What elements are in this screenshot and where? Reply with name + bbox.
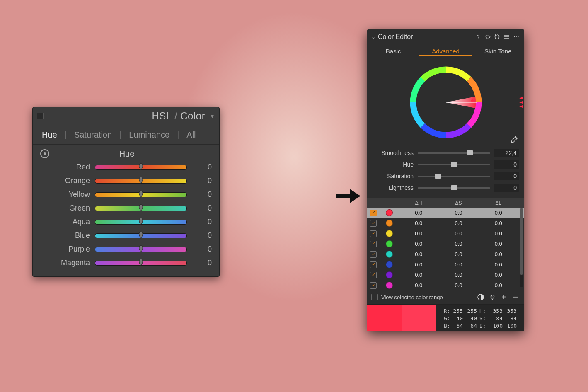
hsl-value[interactable]: 0 xyxy=(187,245,212,254)
row-checkbox[interactable]: ✓ xyxy=(370,220,377,227)
col-dh: ΔH xyxy=(399,200,438,206)
color-wheel[interactable] xyxy=(407,63,485,141)
hsl-value[interactable]: 0 xyxy=(187,163,212,172)
slider-knob[interactable] xyxy=(136,189,145,198)
range-marker-bot[interactable] xyxy=(519,102,523,109)
more-icon[interactable]: ⋯ xyxy=(513,33,520,41)
lightness-track[interactable] xyxy=(418,187,490,189)
lightness-value[interactable]: 0 xyxy=(494,184,519,192)
slider-knob[interactable] xyxy=(136,230,145,240)
hsl-slider-blue[interactable] xyxy=(95,233,187,238)
color-swatch xyxy=(386,271,393,278)
hsl-slider-red[interactable] xyxy=(95,165,187,170)
saturation-value[interactable]: 0 xyxy=(494,172,519,180)
hsl-value[interactable]: 0 xyxy=(187,231,212,240)
slider-knob[interactable] xyxy=(136,176,145,185)
tab-hue[interactable]: Hue xyxy=(40,130,59,140)
table-row[interactable]: ✓0.00.00.0 xyxy=(367,208,524,218)
row-checkbox[interactable]: ✓ xyxy=(370,230,377,237)
ce-sliders: Smoothness 22,4 Hue 0 Saturation 0 Light… xyxy=(367,145,524,196)
cell-dh: 0.0 xyxy=(399,261,438,268)
ce-tab-basic[interactable]: Basic xyxy=(367,48,419,55)
table-row[interactable]: ✓0.00.00.0 xyxy=(367,239,524,249)
slider-knob[interactable] xyxy=(136,162,145,171)
expand-icon[interactable] xyxy=(484,33,491,41)
smoothness-value[interactable]: 22,4 xyxy=(494,149,519,157)
panel-toggle-dot[interactable] xyxy=(37,113,44,119)
hsl-slider-aqua[interactable] xyxy=(95,220,187,225)
col-ds: ΔS xyxy=(438,200,478,206)
reset-icon[interactable] xyxy=(494,33,501,41)
smoothness-track[interactable] xyxy=(418,152,490,154)
hsl-row-aqua: Aqua0 xyxy=(40,215,212,229)
hsl-slider-yellow[interactable] xyxy=(95,192,187,197)
smoothness-knob[interactable] xyxy=(467,150,473,155)
color-swatch xyxy=(386,251,393,258)
eyedropper-icon[interactable] xyxy=(510,135,519,144)
cell-dl: 0.0 xyxy=(479,241,518,247)
table-row[interactable]: ✓0.00.00.0 xyxy=(367,280,524,290)
table-row[interactable]: ✓0.00.00.0 xyxy=(367,218,524,228)
hsl-label: Orange xyxy=(40,177,95,185)
row-checkbox[interactable]: ✓ xyxy=(370,261,377,268)
cell-dh: 0.0 xyxy=(399,282,438,288)
cell-dl: 0.0 xyxy=(479,261,518,268)
slider-knob[interactable] xyxy=(136,217,145,226)
slider-knob[interactable] xyxy=(136,258,145,267)
row-checkbox[interactable]: ✓ xyxy=(370,251,377,258)
menu-icon[interactable] xyxy=(503,33,511,41)
help-icon[interactable]: ? xyxy=(474,33,482,41)
cell-ds: 0.0 xyxy=(438,230,478,237)
hsl-value[interactable]: 0 xyxy=(187,259,212,267)
table-scrollbar[interactable] xyxy=(520,208,523,287)
mask-icon[interactable] xyxy=(476,293,485,302)
row-checkbox[interactable]: ✓ xyxy=(370,210,377,216)
lightness-knob[interactable] xyxy=(451,185,457,190)
table-row[interactable]: ✓0.00.00.0 xyxy=(367,249,524,259)
hsl-slider-purple[interactable] xyxy=(95,247,187,252)
hsl-value[interactable]: 0 xyxy=(187,218,212,226)
hsl-slider-magenta[interactable] xyxy=(95,261,187,266)
hue-knob[interactable] xyxy=(451,162,457,167)
cell-ds: 0.0 xyxy=(438,261,478,268)
slider-knob[interactable] xyxy=(136,244,145,253)
chevron-down-icon[interactable]: ⌄ xyxy=(371,34,375,40)
fan-icon[interactable] xyxy=(488,293,497,302)
add-color-button[interactable]: + xyxy=(499,293,508,302)
hsl-slider-orange[interactable] xyxy=(95,179,187,184)
ce-tab-advanced[interactable]: Advanced xyxy=(419,48,472,55)
table-row[interactable]: ✓0.00.00.0 xyxy=(367,259,524,270)
ce-tabs: Basic Advanced Skin Tone xyxy=(367,44,524,58)
table-row[interactable]: ✓0.00.00.0 xyxy=(367,270,524,280)
hsl-value[interactable]: 0 xyxy=(187,177,212,185)
row-checkbox[interactable]: ✓ xyxy=(370,272,377,278)
hsl-value[interactable]: 0 xyxy=(187,204,212,213)
cell-dh: 0.0 xyxy=(399,241,438,247)
hsl-value[interactable]: 0 xyxy=(187,190,212,199)
hsl-slider-green[interactable] xyxy=(95,206,187,211)
saturation-knob[interactable] xyxy=(435,174,441,179)
saturation-track[interactable] xyxy=(418,176,490,177)
tab-luminance[interactable]: Luminance xyxy=(127,130,171,140)
hue-label: Hue xyxy=(372,161,418,168)
row-checkbox[interactable]: ✓ xyxy=(370,282,377,289)
hsl-label: Purple xyxy=(40,245,95,254)
tab-saturation[interactable]: Saturation xyxy=(73,130,114,140)
target-adjust-icon[interactable] xyxy=(40,149,49,158)
view-range-checkbox[interactable] xyxy=(371,294,378,300)
tab-all[interactable]: All xyxy=(185,130,197,140)
hsl-label: Red xyxy=(40,163,95,172)
hsl-row-magenta: Magenta0 xyxy=(40,256,212,270)
table-row[interactable]: ✓0.00.00.0 xyxy=(367,228,524,239)
cell-dl: 0.0 xyxy=(479,272,518,278)
ce-tab-skin-tone[interactable]: Skin Tone xyxy=(472,48,524,55)
collapse-icon[interactable]: ▼ xyxy=(209,113,215,119)
slider-knob[interactable] xyxy=(136,203,145,212)
hue-value[interactable]: 0 xyxy=(494,160,519,169)
cell-ds: 0.0 xyxy=(438,220,478,226)
color-swatch xyxy=(386,209,393,216)
slider-saturation: Saturation 0 xyxy=(372,170,519,182)
hue-track[interactable] xyxy=(418,164,490,165)
remove-color-button[interactable]: − xyxy=(511,293,520,302)
row-checkbox[interactable]: ✓ xyxy=(370,241,377,247)
